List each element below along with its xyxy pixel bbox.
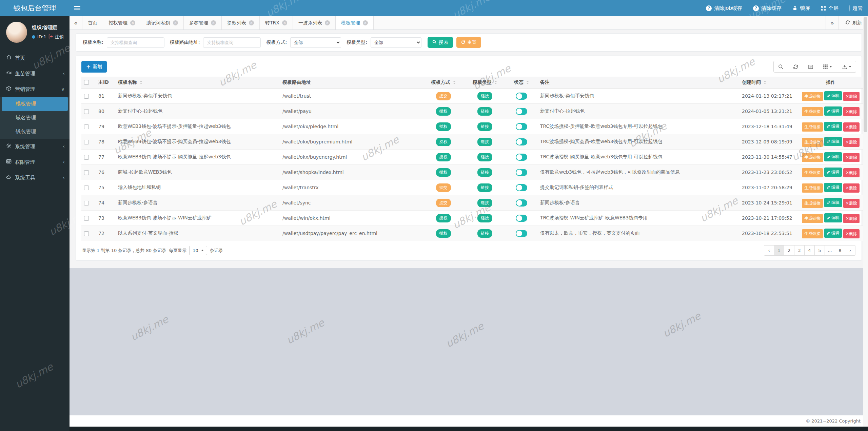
sidebar-item-权限管理[interactable]: 权限管理‹ [0, 154, 70, 170]
sidebar-subitem-模板管理[interactable]: 模板管理 [2, 97, 68, 111]
edit-button[interactable]: 编辑 [824, 152, 842, 161]
tab-close-icon[interactable]: × [325, 20, 330, 25]
status-toggle[interactable] [516, 154, 527, 161]
tab-首页[interactable]: 首页 [82, 16, 103, 30]
edit-button[interactable]: 编辑 [824, 137, 842, 146]
sidebar-item-首页[interactable]: 首页 [0, 50, 70, 66]
template-method-select[interactable]: 全部 [290, 37, 341, 48]
column-header-创建时间[interactable]: 创建时间 [739, 77, 795, 89]
sidebar-toggle-button[interactable] [70, 0, 85, 16]
tab-close-icon[interactable]: × [173, 20, 178, 25]
status-toggle[interactable] [516, 184, 527, 191]
navbar-item-4[interactable]: 全屏 [815, 0, 844, 16]
status-toggle[interactable] [516, 199, 527, 207]
generate-link-button[interactable]: 生成链接 [802, 168, 823, 177]
delete-button[interactable]: ×删除 [843, 138, 860, 147]
edit-button[interactable]: 编辑 [824, 122, 842, 131]
template-type-select[interactable]: 全部 [371, 37, 421, 48]
select-all-checkbox[interactable] [84, 80, 89, 85]
column-header-模板方式[interactable]: 模板方式 [422, 77, 465, 89]
sort-icon[interactable] [526, 81, 529, 84]
template-name-input[interactable] [107, 37, 164, 48]
status-toggle[interactable] [516, 215, 527, 222]
generate-link-button[interactable]: 生成链接 [802, 92, 823, 101]
status-toggle[interactable] [516, 93, 527, 100]
generate-link-button[interactable]: 生成链接 [802, 183, 823, 193]
sidebar-subitem-钱包管理[interactable]: 钱包管理 [0, 125, 70, 139]
generate-link-button[interactable]: 生成链接 [802, 199, 823, 208]
row-checkbox[interactable] [84, 201, 89, 205]
tabs-scroll-right-button[interactable]: » [826, 16, 839, 30]
edit-button[interactable]: 编辑 [824, 183, 842, 192]
tab-授权管理[interactable]: 授权管理× [103, 16, 141, 30]
tabs-scroll-left-button[interactable]: « [70, 16, 82, 30]
status-toggle[interactable] [516, 138, 527, 145]
delete-button[interactable]: ×删除 [843, 122, 860, 132]
delete-button[interactable]: ×删除 [843, 199, 860, 208]
page-button-8[interactable]: 8 [835, 245, 845, 256]
logout-link[interactable]: 注销 [55, 34, 64, 40]
row-checkbox[interactable] [84, 231, 89, 236]
table-columns-button[interactable] [818, 61, 837, 73]
status-toggle[interactable] [516, 169, 527, 176]
page-button-3[interactable]: 3 [794, 245, 805, 256]
table-export-button[interactable] [837, 61, 856, 73]
row-checkbox[interactable] [84, 155, 89, 160]
page-button-5[interactable]: 5 [815, 245, 825, 256]
add-button[interactable]: + 新增 [81, 61, 107, 73]
table-detail-view-button[interactable] [803, 61, 818, 73]
sidebar-item-系统管理[interactable]: 系统管理‹ [0, 139, 70, 154]
page-ellipsis[interactable]: ... [825, 245, 835, 256]
sort-icon[interactable] [764, 81, 766, 84]
edit-button[interactable]: 编辑 [824, 229, 842, 238]
tab-多签管理[interactable]: 多签管理× [184, 16, 222, 30]
scrollbar-thumb[interactable] [864, 17, 867, 132]
sidebar-item-营销管理[interactable]: 营销管理∨ [0, 81, 70, 97]
page-button-4[interactable]: 4 [805, 245, 815, 256]
page-size-dropdown[interactable]: 10 [189, 246, 207, 255]
table-search-button[interactable] [773, 61, 788, 73]
column-header-模板类型[interactable]: 模板类型 [465, 77, 505, 89]
tab-转TRX[interactable]: 转TRX× [260, 16, 293, 30]
edit-button[interactable]: 编辑 [824, 198, 842, 207]
reset-button[interactable]: 重置 [456, 37, 481, 48]
page-button-1[interactable]: 1 [774, 245, 784, 256]
next-page-button[interactable]: › [845, 245, 855, 256]
sidebar-item-系统工具[interactable]: 系统工具‹ [0, 170, 70, 185]
navbar-item-3[interactable]: 锁屏 [787, 0, 815, 16]
row-checkbox[interactable] [84, 109, 89, 114]
row-checkbox[interactable] [84, 124, 89, 129]
generate-link-button[interactable]: 生成链接 [802, 214, 823, 223]
tab-close-icon[interactable]: × [249, 20, 254, 25]
delete-button[interactable]: ×删除 [843, 107, 860, 116]
tab-close-icon[interactable]: × [211, 20, 216, 25]
delete-button[interactable]: ×删除 [843, 168, 860, 177]
template-route-input[interactable] [203, 37, 261, 48]
status-toggle[interactable] [516, 108, 527, 115]
generate-link-button[interactable]: 生成链接 [802, 122, 823, 132]
tab-close-icon[interactable]: × [363, 20, 368, 25]
delete-button[interactable]: ×删除 [843, 153, 860, 162]
sort-icon[interactable] [494, 81, 497, 84]
generate-link-button[interactable]: 生成链接 [802, 153, 823, 162]
delete-button[interactable]: ×删除 [843, 214, 860, 223]
navbar-item-1[interactable]: ?清除job缓存 [701, 0, 748, 16]
delete-button[interactable]: ×删除 [843, 92, 860, 101]
tab-close-icon[interactable]: × [282, 20, 287, 25]
edit-button[interactable]: 编辑 [824, 168, 842, 177]
tab-模板管理[interactable]: 模板管理× [336, 16, 374, 30]
generate-link-button[interactable]: 生成链接 [802, 107, 823, 116]
delete-button[interactable]: ×删除 [843, 183, 860, 193]
edit-button[interactable]: 编辑 [824, 106, 842, 116]
navbar-item-2[interactable]: ?清除缓存 [748, 0, 787, 16]
row-checkbox[interactable] [84, 140, 89, 144]
column-header-状态[interactable]: 状态 [505, 77, 537, 89]
tab-close-icon[interactable]: × [130, 20, 135, 25]
status-toggle[interactable] [516, 230, 527, 237]
generate-link-button[interactable]: 生成链接 [802, 138, 823, 147]
tab-提款列表[interactable]: 提款列表× [222, 16, 260, 30]
vertical-scrollbar[interactable] [863, 16, 868, 427]
row-checkbox[interactable] [84, 185, 89, 190]
column-header-模板名称[interactable]: 模板名称 [115, 77, 280, 89]
prev-page-button[interactable]: ‹ [764, 245, 774, 256]
